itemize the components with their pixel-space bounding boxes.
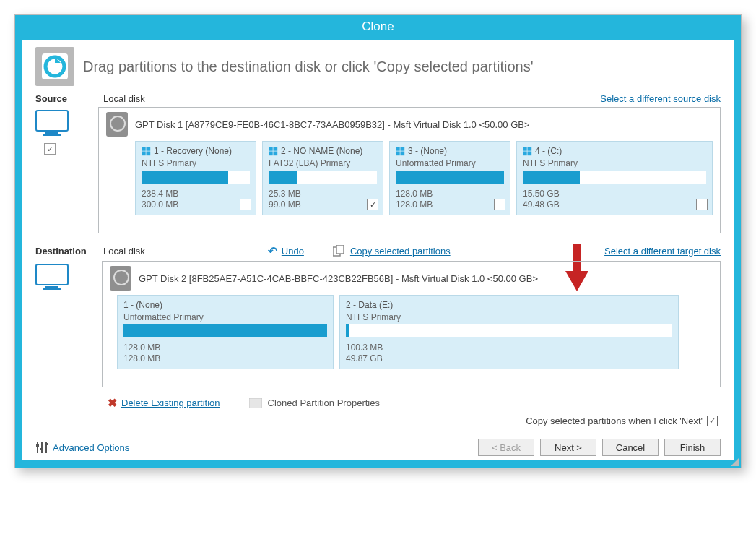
source-disk-title: GPT Disk 1 [A8779CE9-FE0B-46C1-8BC7-73AA… <box>135 119 530 130</box>
svg-rect-31 <box>40 448 43 450</box>
part-sub: FAT32 (LBA) Primary <box>269 158 377 168</box>
hdd-icon <box>110 266 131 291</box>
undo-label: Undo <box>282 246 304 257</box>
destination-partition-1[interactable]: 1 - (None) Unformatted Primary 128.0 MB1… <box>117 295 334 369</box>
part-used: 128.0 MB <box>123 343 160 353</box>
part-total: 49.87 GB <box>346 353 383 364</box>
dest-actions-row: ✖ Delete Existing partition Cloned Parti… <box>108 396 721 410</box>
select-target-link[interactable]: Select a different target disk <box>604 246 721 257</box>
next-button[interactable]: Next > <box>540 439 596 456</box>
part-title: 1 - (None) <box>123 300 162 310</box>
windows-icon <box>269 147 278 156</box>
source-partition-2[interactable]: 2 - NO NAME (None) FAT32 (LBA) Primary 2… <box>262 141 383 215</box>
svg-rect-24 <box>36 264 68 285</box>
part-title: 3 - (None) <box>408 146 447 156</box>
svg-rect-22 <box>336 245 344 254</box>
destination-disk-title: GPT Disk 2 [8FB25AE7-A51C-4CAB-BBFC-423C… <box>139 273 538 284</box>
hero-row: Drag partitions to the destination disk … <box>35 47 721 86</box>
svg-rect-29 <box>36 444 39 447</box>
clone-window: Clone Drag partitions to the destination… <box>14 14 742 468</box>
part-sub: NTFS Primary <box>523 158 706 168</box>
part-checkbox[interactable] <box>696 199 708 210</box>
svg-rect-6 <box>147 147 151 151</box>
source-disk-box: GPT Disk 1 [A8779CE9-FE0B-46C1-8BC7-73AA… <box>98 107 721 233</box>
hdd-icon <box>106 112 128 137</box>
hero-text: Drag partitions to the destination disk … <box>83 59 534 75</box>
cloned-props-label: Cloned Partition Properties <box>268 397 380 408</box>
source-partition-4[interactable]: 4 - (C:) NTFS Primary 15.50 GB49.48 GB <box>516 141 713 215</box>
part-total: 300.0 MB <box>142 199 178 210</box>
svg-rect-27 <box>249 398 262 408</box>
destination-scope: Local disk <box>103 246 145 257</box>
destination-header-row: Destination Local disk ↶ Undo Copy selec… <box>35 244 721 258</box>
windows-icon <box>523 147 532 156</box>
part-sub: Unformatted Primary <box>123 312 327 322</box>
svg-rect-11 <box>269 151 273 155</box>
svg-rect-17 <box>523 147 527 151</box>
destination-disk-box: GPT Disk 2 [8FB25AE7-A51C-4CAB-BBFC-423C… <box>102 261 721 387</box>
svg-rect-14 <box>401 147 405 151</box>
svg-rect-5 <box>142 147 146 151</box>
part-title: 1 - Recovery (None) <box>154 146 232 156</box>
advanced-options-button[interactable]: Advanced Options <box>35 441 129 454</box>
copy-on-next-checkbox[interactable]: ✓ <box>707 416 718 426</box>
svg-rect-12 <box>274 151 278 155</box>
windows-icon <box>396 147 405 156</box>
footer-buttons: < Back Next > Cancel Finish <box>478 439 721 456</box>
windows-icon <box>142 147 151 156</box>
part-sub: NTFS Primary <box>346 312 672 322</box>
part-title: 2 - Data (E:) <box>346 300 393 310</box>
source-scope: Local disk <box>103 93 145 104</box>
svg-rect-3 <box>45 132 58 134</box>
part-total: 49.48 GB <box>523 199 560 210</box>
delete-icon: ✖ <box>108 396 117 410</box>
source-partition-3[interactable]: 3 - (None) Unformatted Primary 128.0 MB1… <box>389 141 510 215</box>
part-checkbox[interactable]: ✓ <box>367 199 378 210</box>
source-header-row: Source Local disk Select a different sou… <box>35 93 721 104</box>
select-source-link[interactable]: Select a different source disk <box>600 93 721 104</box>
part-total: 128.0 MB <box>123 353 160 364</box>
destination-disk-header: GPT Disk 2 [8FB25AE7-A51C-4CAB-BBFC-423C… <box>110 266 713 291</box>
delete-partition-button[interactable]: ✖ Delete Existing partition <box>108 396 220 410</box>
resize-grip[interactable] <box>729 456 739 466</box>
cloned-props-button[interactable]: Cloned Partition Properties <box>249 397 380 408</box>
part-total: 99.0 MB <box>269 199 301 210</box>
part-checkbox[interactable] <box>240 199 251 210</box>
destination-partition-2[interactable]: 2 - Data (E:) NTFS Primary 100.3 MB49.87… <box>339 295 679 369</box>
part-used: 238.4 MB <box>142 189 178 199</box>
back-button[interactable]: < Back <box>478 439 534 456</box>
part-used: 128.0 MB <box>396 189 433 199</box>
svg-rect-25 <box>45 286 58 288</box>
undo-button[interactable]: ↶ Undo <box>268 244 304 258</box>
part-sub: NTFS Primary <box>142 158 250 168</box>
svg-rect-26 <box>43 288 61 290</box>
destination-label: Destination <box>35 246 96 257</box>
cancel-button[interactable]: Cancel <box>602 439 659 456</box>
source-selected-checkbox[interactable]: ✓ <box>44 143 56 155</box>
source-disk-header: GPT Disk 1 [A8779CE9-FE0B-46C1-8BC7-73AA… <box>106 112 713 137</box>
part-checkbox[interactable] <box>494 199 505 210</box>
copy-selected-button[interactable]: Copy selected partitions <box>333 245 451 257</box>
copy-on-next-label: Copy selected partitions when I click 'N… <box>526 416 703 426</box>
clone-hero-icon <box>35 47 74 86</box>
source-partitions: 1 - Recovery (None) NTFS Primary 238.4 M… <box>135 141 713 215</box>
svg-rect-8 <box>147 151 151 155</box>
copy-icon <box>333 245 346 257</box>
part-sub: Unformatted Primary <box>396 158 504 168</box>
svg-rect-2 <box>36 111 68 131</box>
delete-label: Delete Existing partition <box>121 397 220 408</box>
svg-rect-15 <box>396 151 400 155</box>
window-content: Drag partitions to the destination disk … <box>15 40 741 468</box>
svg-rect-4 <box>43 134 61 136</box>
destination-partitions: 1 - (None) Unformatted Primary 128.0 MB1… <box>117 295 713 369</box>
finish-button[interactable]: Finish <box>664 439 721 456</box>
svg-rect-33 <box>45 443 48 445</box>
part-used: 100.3 MB <box>346 343 383 353</box>
svg-rect-10 <box>274 147 278 151</box>
part-used: 15.50 GB <box>523 189 560 199</box>
copy-on-next-row: Copy selected partitions when I click 'N… <box>35 416 718 426</box>
part-total: 128.0 MB <box>396 199 433 210</box>
properties-icon <box>249 398 262 408</box>
source-partition-1[interactable]: 1 - Recovery (None) NTFS Primary 238.4 M… <box>135 141 256 215</box>
source-label: Source <box>35 93 96 104</box>
